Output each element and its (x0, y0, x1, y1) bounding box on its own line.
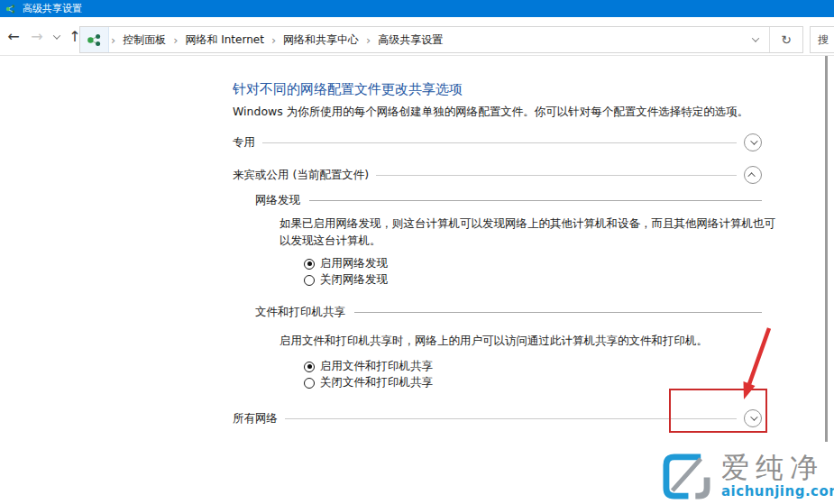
watermark-domain: aichunjing.com (721, 483, 834, 499)
window-icon (5, 4, 16, 14)
collapse-section-button[interactable] (744, 166, 762, 184)
section-guest-public-title: 来宾或公用 (当前配置文件) (233, 168, 369, 183)
network-discovery-description: 如果已启用网络发现，则这台计算机可以发现网络上的其他计算机和设备，而且其他网络计… (280, 215, 775, 250)
chevron-up-icon (747, 172, 755, 179)
window-title: 高级共享设置 (23, 2, 82, 15)
address-bar[interactable]: › 控制面板 › 网络和 Internet › 网络和共享中心 › 高级共享设置… (79, 26, 803, 53)
radio-label: 关闭文件和打印机共享 (320, 375, 433, 390)
page-intro-text: Windows 为你所使用的每个网络创建单独的网络配置文件。你可以针对每个配置文… (233, 105, 748, 120)
section-divider-line (376, 175, 737, 176)
annotation-arrow-icon (726, 321, 780, 411)
chevron-down-icon (752, 34, 759, 41)
group-file-printer-sharing-title: 文件和打印机共享 (255, 305, 345, 320)
window-right-border (825, 56, 828, 442)
address-dropdown-button[interactable] (742, 27, 769, 52)
section-private-title: 专用 (233, 135, 255, 151)
aichunjing-logo-icon (661, 453, 712, 500)
radio-enable-file-printer-sharing[interactable]: 启用文件和打印机共享 (304, 360, 433, 373)
search-input[interactable]: 搜 (810, 26, 834, 53)
advanced-sharing-settings-window: 高级共享设置 ← → ↑ › (0, 0, 834, 504)
address-location-icon-button[interactable] (80, 27, 109, 52)
expand-section-button[interactable] (744, 133, 762, 151)
refresh-button[interactable]: ↻ (770, 27, 802, 52)
radio-disable-file-printer-sharing[interactable]: 关闭文件和打印机共享 (304, 376, 433, 389)
navigation-bar: ← → ↑ › 控制面板 › (0, 17, 834, 56)
breadcrumb-separator: › (270, 33, 278, 47)
breadcrumb-separator: › (171, 33, 179, 47)
radio-button-icon (304, 362, 315, 372)
radio-button-icon (304, 378, 315, 389)
section-guest-public: 来宾或公用 (当前配置文件) (233, 164, 762, 186)
radio-disable-network-discovery[interactable]: 关闭网络发现 (304, 273, 388, 287)
file-printer-sharing-options: 启用文件和打印机共享 关闭文件和打印机共享 (304, 360, 433, 389)
breadcrumb-network-sharing-center[interactable]: 网络和共享中心 (278, 32, 364, 48)
chevron-down-icon (750, 137, 757, 144)
group-file-printer-sharing: 文件和打印机共享 (255, 301, 762, 323)
breadcrumb: › 控制面板 › 网络和 Internet › 网络和共享中心 › 高级共享设置 (109, 32, 448, 48)
breadcrumb-control-panel[interactable]: 控制面板 (117, 32, 171, 48)
page-title: 针对不同的网络配置文件更改共享选项 (233, 81, 463, 98)
section-divider-line (262, 142, 737, 143)
radio-label: 关闭网络发现 (320, 272, 388, 288)
breadcrumb-network-internet[interactable]: 网络和 Internet (179, 32, 269, 48)
network-sharing-icon (87, 33, 102, 47)
chevron-down-icon (53, 32, 60, 39)
recent-pages-dropdown[interactable] (49, 17, 65, 56)
group-divider-line (354, 312, 762, 313)
forward-button[interactable]: → (25, 17, 49, 56)
network-discovery-options: 启用网络发现 关闭网络发现 (304, 257, 388, 287)
radio-label: 启用网络发现 (320, 256, 388, 271)
radio-label: 启用文件和打印机共享 (320, 359, 433, 374)
file-printer-sharing-description: 启用文件和打印机共享时，网络上的用户可以访问通过此计算机共享的文件和打印机。 (280, 332, 784, 349)
title-bar: 高级共享设置 (0, 0, 834, 17)
breadcrumb-advanced-sharing[interactable]: 高级共享设置 (372, 32, 448, 48)
back-button[interactable]: ← (2, 17, 25, 56)
watermark: 爱纯净 aichunjing.com (661, 453, 834, 500)
breadcrumb-separator: › (364, 33, 372, 47)
section-all-networks-title: 所有网络 (233, 411, 278, 426)
breadcrumb-separator: › (109, 33, 117, 47)
radio-button-icon (304, 275, 315, 286)
group-network-discovery: 网络发现 (255, 189, 762, 211)
watermark-brand-name: 爱纯净 (721, 453, 834, 482)
group-divider-line (309, 200, 762, 201)
section-private: 专用 (233, 132, 762, 153)
group-network-discovery-title: 网络发现 (255, 193, 300, 208)
radio-enable-network-discovery[interactable]: 启用网络发现 (304, 257, 388, 270)
radio-button-icon (304, 259, 315, 270)
